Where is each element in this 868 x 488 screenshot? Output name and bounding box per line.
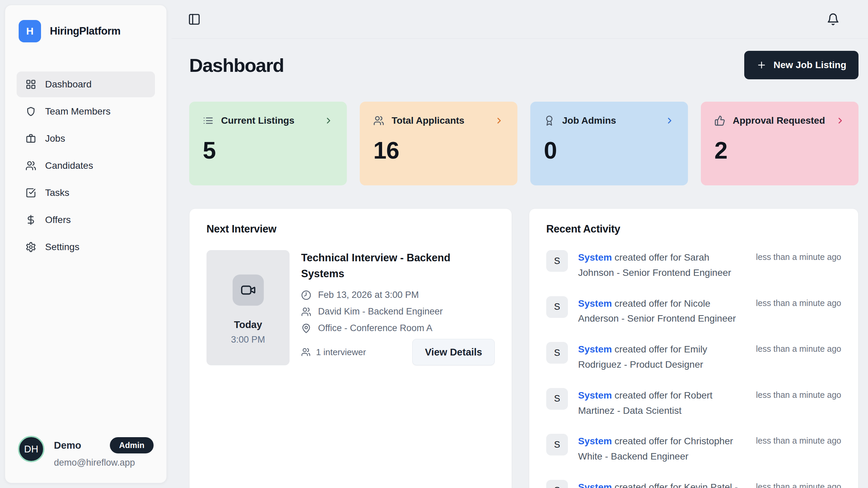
stat-label: Current Listings: [221, 115, 294, 126]
sidebar-item-jobs[interactable]: Jobs: [17, 126, 155, 151]
activity-avatar: S: [546, 434, 568, 455]
sidebar-item-label: Dashboard: [45, 79, 92, 90]
video-icon: [233, 274, 264, 306]
activity-actor: System: [578, 482, 612, 488]
interview-location: Office - Conference Room A: [318, 323, 432, 333]
interview-time: 3:00 PM: [231, 334, 265, 345]
recent-activity-panel: Recent Activity S System created offer f…: [529, 208, 859, 488]
activity-text: System created offer for Robert Martinez…: [578, 388, 748, 419]
stat-card-approval-requested[interactable]: Approval Requested 2: [701, 102, 859, 185]
activity-text: System created offer for Emily Rodriguez…: [578, 342, 748, 372]
sidebar-item-team-members[interactable]: Team Members: [17, 99, 155, 124]
content: Dashboard New Job Listing Current Listin…: [172, 39, 868, 488]
briefcase-icon: [25, 133, 36, 144]
activity-text: System created offer for Christopher Whi…: [578, 434, 748, 464]
activity-actor: System: [578, 390, 612, 401]
sidebar-item-candidates[interactable]: Candidates: [17, 153, 155, 179]
sidebar-item-settings[interactable]: Settings: [17, 234, 155, 260]
sidebar-toggle-button[interactable]: [188, 13, 201, 26]
sidebar-item-label: Team Members: [45, 106, 111, 117]
page-title: Dashboard: [189, 54, 284, 76]
stat-label: Total Applicants: [392, 115, 465, 126]
stat-card-total-applicants[interactable]: Total Applicants 16: [360, 102, 517, 185]
activity-avatar: S: [546, 342, 568, 364]
stat-label: Approval Requested: [733, 115, 825, 126]
activity-item: S System created offer for Emily Rodrigu…: [546, 342, 841, 372]
interviewer-count: 1 interviewer: [316, 347, 366, 358]
main-area: Dashboard New Job Listing Current Listin…: [172, 0, 868, 488]
activity-avatar: S: [546, 388, 568, 410]
clock-icon: [301, 290, 311, 300]
view-details-button[interactable]: View Details: [412, 339, 495, 365]
sidebar-nav: Dashboard Team Members Jobs Candidates T…: [17, 72, 155, 260]
avatar: DH: [18, 436, 44, 462]
chevron-right-icon: [835, 116, 845, 125]
sidebar-item-label: Jobs: [45, 133, 65, 144]
interview-day: Today: [234, 319, 262, 330]
activity-item: S System created offer for Robert Martin…: [546, 388, 841, 419]
users-icon: [373, 115, 384, 126]
stat-card-current-listings[interactable]: Current Listings 5: [189, 102, 347, 185]
panel-left-icon: [188, 13, 201, 26]
interview-interviewer: David Kim - Backend Engineer: [318, 306, 443, 317]
new-job-listing-button[interactable]: New Job Listing: [744, 51, 859, 79]
activity-item: S System created offer for Sarah Johnson…: [546, 250, 841, 281]
activity-text: System created offer for Kevin Patel - D…: [578, 480, 748, 488]
shield-icon: [25, 106, 36, 117]
activity-item: S System created offer for Nicole Anders…: [546, 296, 841, 327]
activity-timestamp: less than a minute ago: [756, 434, 841, 464]
activity-timestamp: less than a minute ago: [756, 480, 841, 488]
sidebar-item-dashboard[interactable]: Dashboard: [17, 72, 155, 97]
activity-avatar: S: [546, 296, 568, 318]
brand-name: HiringPlatform: [50, 25, 120, 37]
chevron-right-icon: [665, 116, 674, 125]
sidebar-item-label: Tasks: [45, 187, 70, 198]
stat-value: 16: [373, 137, 504, 164]
interview-job-title: Technical Interview - Backend Systems: [301, 250, 495, 282]
gear-icon: [25, 242, 36, 252]
dollar-icon: [25, 215, 36, 225]
brand-logo: H: [19, 20, 41, 42]
sidebar: H HiringPlatform Dashboard Team Members …: [5, 5, 167, 483]
activity-item: S System created offer for Christopher W…: [546, 434, 841, 464]
bell-icon: [827, 13, 840, 26]
chevron-right-icon: [324, 116, 333, 125]
interview-media-box: Today 3:00 PM: [206, 250, 290, 365]
thumbs-up-icon: [714, 115, 725, 126]
recent-activity-title: Recent Activity: [546, 223, 841, 235]
activity-actor: System: [578, 436, 612, 446]
chevron-right-icon: [494, 116, 504, 125]
activity-timestamp: less than a minute ago: [756, 342, 841, 372]
dashboard-grid-icon: [25, 79, 36, 90]
activity-actor: System: [578, 344, 612, 354]
sidebar-item-tasks[interactable]: Tasks: [17, 180, 155, 206]
stat-value: 2: [714, 137, 845, 164]
activity-item: S System created offer for Kevin Patel -…: [546, 480, 841, 488]
role-badge: Admin: [110, 437, 154, 453]
topbar: [172, 0, 868, 39]
notifications-button[interactable]: [827, 13, 840, 26]
next-interview-title: Next Interview: [206, 223, 495, 235]
user-footer[interactable]: DH Demo Admin demo@hireflow.app: [17, 436, 155, 468]
next-interview-panel: Next Interview Today 3:00 PM Technical I…: [189, 208, 512, 488]
stat-value: 0: [544, 137, 674, 164]
stat-cards: Current Listings 5 Total Applicants 16 J…: [189, 102, 859, 185]
stat-card-job-admins[interactable]: Job Admins 0: [530, 102, 688, 185]
activity-timestamp: less than a minute ago: [756, 388, 841, 419]
list-icon: [203, 115, 214, 126]
users-icon: [301, 347, 311, 357]
user-name: Demo: [54, 440, 81, 451]
stat-value: 5: [203, 137, 333, 164]
sidebar-item-label: Candidates: [45, 160, 93, 171]
activity-text: System created offer for Sarah Johnson -…: [578, 250, 748, 281]
plus-icon: [756, 60, 767, 70]
users-icon: [301, 307, 311, 317]
sidebar-item-offers[interactable]: Offers: [17, 207, 155, 233]
map-pin-icon: [301, 323, 311, 333]
activity-text: System created offer for Nicole Anderson…: [578, 296, 748, 327]
brand: H HiringPlatform: [17, 20, 155, 42]
activity-list: S System created offer for Sarah Johnson…: [546, 250, 841, 488]
stat-label: Job Admins: [562, 115, 616, 126]
activity-avatar: S: [546, 480, 568, 488]
award-icon: [544, 115, 555, 126]
